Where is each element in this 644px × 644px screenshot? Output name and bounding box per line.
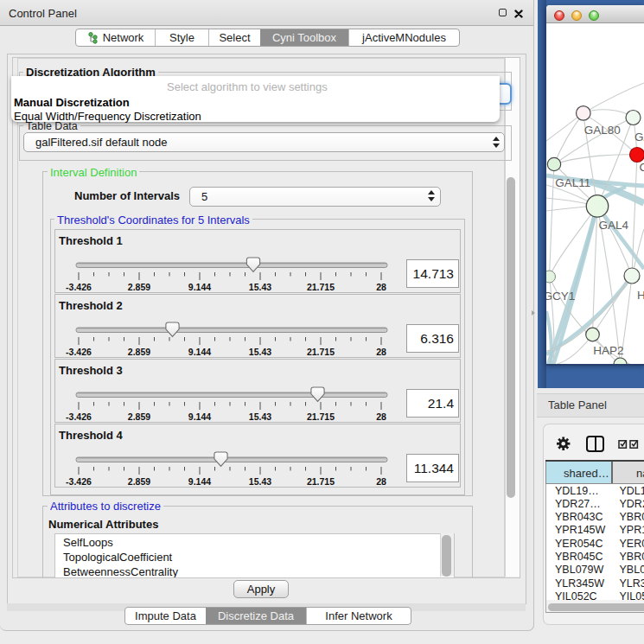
svg-text:28: 28 — [376, 282, 386, 292]
svg-text:28: 28 — [376, 347, 386, 357]
svg-text:C: C — [640, 160, 644, 173]
svg-text:9.144: 9.144 — [188, 347, 211, 357]
svg-text:-3.426: -3.426 — [66, 476, 92, 487]
svg-text:28: 28 — [376, 476, 386, 487]
svg-text:21.715: 21.715 — [307, 476, 335, 487]
svg-text:15.43: 15.43 — [249, 347, 271, 357]
svg-text:15.43: 15.43 — [249, 476, 271, 487]
svg-text:-3.426: -3.426 — [66, 411, 92, 422]
svg-text:9.144: 9.144 — [188, 411, 211, 422]
svg-text:GA: GA — [634, 130, 644, 143]
svg-text:21.715: 21.715 — [307, 411, 335, 422]
svg-text:-3.426: -3.426 — [66, 347, 92, 357]
svg-text:21.715: 21.715 — [307, 347, 335, 357]
svg-text:GCY1: GCY1 — [546, 290, 575, 303]
svg-text:2.859: 2.859 — [128, 282, 150, 292]
svg-text:GAL4: GAL4 — [598, 218, 628, 231]
svg-text:28: 28 — [376, 411, 386, 422]
svg-text:2.859: 2.859 — [128, 347, 150, 357]
svg-text:21.715: 21.715 — [307, 282, 335, 292]
svg-text:GAL11: GAL11 — [555, 175, 590, 188]
svg-text:15.43: 15.43 — [249, 411, 271, 422]
svg-text:9.144: 9.144 — [188, 282, 211, 292]
svg-text:2.859: 2.859 — [128, 476, 150, 487]
svg-text:-3.426: -3.426 — [66, 282, 92, 292]
svg-text:2.859: 2.859 — [128, 411, 150, 422]
svg-text:GAL80: GAL80 — [584, 123, 621, 136]
svg-text:15.43: 15.43 — [249, 282, 271, 292]
svg-text:HAP2: HAP2 — [593, 344, 623, 357]
svg-text:H: H — [637, 289, 644, 302]
svg-text:9.144: 9.144 — [188, 476, 211, 487]
